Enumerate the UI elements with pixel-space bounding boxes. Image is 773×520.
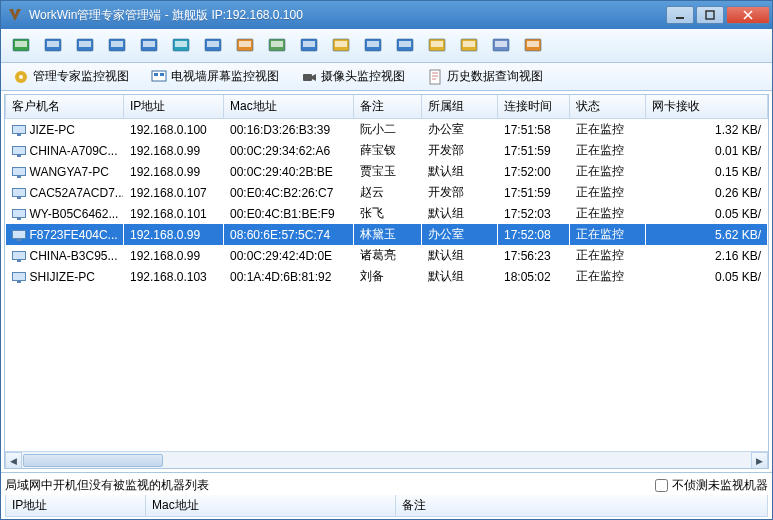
tvwall-icon [151, 69, 167, 85]
tool-1[interactable] [7, 33, 35, 59]
svg-rect-29 [431, 41, 443, 47]
table-row[interactable]: WY-B05C6462...192.168.0.10100:E0:4C:B1:B… [6, 203, 768, 224]
tool-4[interactable] [103, 33, 131, 59]
svg-rect-27 [399, 41, 411, 47]
cell-status: 正在监控 [570, 119, 646, 141]
svg-rect-3 [15, 41, 27, 47]
tab-history-view[interactable]: 历史数据查询视图 [421, 66, 549, 87]
scroll-right-button[interactable]: ▶ [751, 452, 768, 469]
tool-3-icon [75, 36, 95, 56]
horizontal-scrollbar[interactable]: ◀ ▶ [5, 451, 768, 468]
cell-remark: 诸葛亮 [354, 245, 422, 266]
tool-14-icon [427, 36, 447, 56]
bcol-mac[interactable]: Mac地址 [146, 495, 396, 517]
no-detect-checkbox-input[interactable] [655, 479, 668, 492]
cell-remark: 薛宝钗 [354, 140, 422, 161]
minimize-button[interactable] [666, 6, 694, 24]
tab-monitor-view[interactable]: 管理专家监控视图 [7, 66, 135, 87]
tool-4-icon [107, 36, 127, 56]
monitor-row-icon [12, 272, 26, 283]
titlebar[interactable]: WorkWin管理专家管理端 - 旗舰版 IP:192.168.0.100 [1, 1, 772, 29]
cell-ip: 192.168.0.103 [124, 266, 224, 287]
table-row[interactable]: F8723FE404C...192.168.0.9908:60:6E:57:5C… [6, 224, 768, 245]
svg-rect-15 [207, 41, 219, 47]
svg-rect-1 [706, 11, 714, 19]
cell-status: 正在监控 [570, 182, 646, 203]
tool-10-icon [299, 36, 319, 56]
cell-hostname: CHINA-B3C95... [6, 245, 124, 266]
cell-status: 正在监控 [570, 203, 646, 224]
close-button[interactable] [726, 6, 770, 24]
col-mac[interactable]: Mac地址 [224, 95, 354, 119]
cell-group: 办公室 [422, 119, 498, 141]
cell-hostname: F8723FE404C... [6, 224, 124, 245]
cell-time: 17:52:03 [498, 203, 570, 224]
col-hostname[interactable]: 客户机名 [6, 95, 124, 119]
cell-ip: 192.168.0.100 [124, 119, 224, 141]
tool-6[interactable] [167, 33, 195, 59]
tool-10[interactable] [295, 33, 323, 59]
cell-net: 0.05 KB/ [646, 266, 768, 287]
tool-12[interactable] [359, 33, 387, 59]
cell-hostname: JIZE-PC [6, 119, 124, 141]
tool-16-icon [491, 36, 511, 56]
bcol-ip[interactable]: IP地址 [6, 495, 146, 517]
bottom-panel: 局域网中开机但没有被监视的机器列表 不侦测未监视机器 IP地址 Mac地址 备注 [1, 472, 772, 519]
scroll-thumb[interactable] [23, 454, 163, 467]
tab-camera-view[interactable]: 摄像头监控视图 [295, 66, 411, 87]
camera-icon [301, 69, 317, 85]
cell-group: 开发部 [422, 182, 498, 203]
table-row[interactable]: CHINA-A709C...192.168.0.9900:0C:29:34:62… [6, 140, 768, 161]
table-row[interactable]: JIZE-PC192.168.0.10000:16:D3:26:B3:39阮小二… [6, 119, 768, 141]
cell-group: 默认组 [422, 245, 498, 266]
tool-16[interactable] [487, 33, 515, 59]
svg-rect-21 [303, 41, 315, 47]
svg-rect-49 [12, 188, 25, 196]
table-row[interactable]: SHIJIZE-PC192.168.0.10300:1A:4D:6B:81:92… [6, 266, 768, 287]
no-detect-checkbox[interactable]: 不侦测未监视机器 [655, 477, 768, 494]
tool-5[interactable] [135, 33, 163, 59]
col-ip[interactable]: IP地址 [124, 95, 224, 119]
col-net[interactable]: 网卡接收 [646, 95, 768, 119]
tool-13[interactable] [391, 33, 419, 59]
svg-rect-48 [17, 176, 21, 178]
col-status[interactable]: 状态 [570, 95, 646, 119]
tool-3[interactable] [71, 33, 99, 59]
cell-remark: 刘备 [354, 266, 422, 287]
col-remark[interactable]: 备注 [354, 95, 422, 119]
svg-rect-35 [527, 41, 539, 47]
svg-rect-41 [303, 74, 312, 81]
tool-2-icon [43, 36, 63, 56]
tool-17[interactable] [519, 33, 547, 59]
tool-15[interactable] [455, 33, 483, 59]
svg-rect-51 [12, 209, 25, 217]
col-time[interactable]: 连接时间 [498, 95, 570, 119]
tool-14[interactable] [423, 33, 451, 59]
tool-8[interactable] [231, 33, 259, 59]
tool-2[interactable] [39, 33, 67, 59]
svg-rect-0 [676, 17, 684, 19]
cell-mac: 00:0C:29:42:4D:0E [224, 245, 354, 266]
cell-mac: 00:0C:29:40:2B:BE [224, 161, 354, 182]
bcol-remark[interactable]: 备注 [396, 495, 768, 517]
window-frame: WorkWin管理专家管理端 - 旗舰版 IP:192.168.0.100 管理… [0, 0, 773, 520]
cell-group: 默认组 [422, 203, 498, 224]
cell-time: 17:51:59 [498, 182, 570, 203]
tool-7[interactable] [199, 33, 227, 59]
cell-net: 5.62 KB/ [646, 224, 768, 245]
table-row[interactable]: CAC52A7ACD7...192.168.0.10700:E0:4C:B2:2… [6, 182, 768, 203]
tool-9[interactable] [263, 33, 291, 59]
tab-tvwall-view[interactable]: 电视墙屏幕监控视图 [145, 66, 285, 87]
tool-7-icon [203, 36, 223, 56]
col-group[interactable]: 所属组 [422, 95, 498, 119]
cell-ip: 192.168.0.101 [124, 203, 224, 224]
cell-time: 17:51:59 [498, 140, 570, 161]
maximize-button[interactable] [696, 6, 724, 24]
cell-ip: 192.168.0.107 [124, 182, 224, 203]
table-row[interactable]: CHINA-B3C95...192.168.0.9900:0C:29:42:4D… [6, 245, 768, 266]
svg-rect-19 [271, 41, 283, 47]
tool-11[interactable] [327, 33, 355, 59]
table-row[interactable]: WANGYA7-PC192.168.0.9900:0C:29:40:2B:BE贾… [6, 161, 768, 182]
scroll-left-button[interactable]: ◀ [5, 452, 22, 469]
table-header-row: 客户机名 IP地址 Mac地址 备注 所属组 连接时间 状态 网卡接收 [6, 95, 768, 119]
